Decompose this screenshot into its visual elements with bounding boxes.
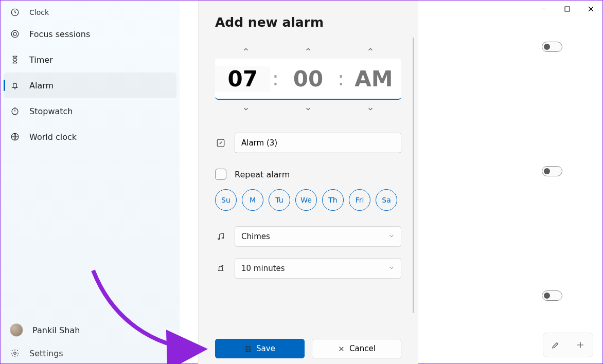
chevron-down-icon bbox=[388, 264, 395, 273]
minute-down-button[interactable] bbox=[277, 100, 340, 118]
day-th[interactable]: Th bbox=[322, 189, 344, 211]
snooze-select[interactable]: 10 minutes bbox=[235, 258, 401, 279]
scrollbar[interactable] bbox=[413, 38, 414, 313]
sidebar-item-focus[interactable]: Focus sessions bbox=[1, 21, 180, 47]
day-mo[interactable]: M bbox=[242, 189, 263, 211]
repeat-label: Repeat alarm bbox=[235, 170, 290, 179]
day-we[interactable]: We bbox=[295, 189, 317, 211]
save-button[interactable]: Save bbox=[215, 339, 305, 358]
period-down-button[interactable] bbox=[339, 100, 401, 118]
day-picker: Su M Tu We Th Fri Sa bbox=[215, 189, 401, 211]
svg-point-5 bbox=[11, 30, 19, 38]
minimize-button[interactable] bbox=[531, 1, 555, 17]
globe-icon bbox=[10, 132, 20, 142]
sidebar-item-label: Focus sessions bbox=[29, 29, 90, 39]
alarm-name-input[interactable] bbox=[235, 133, 401, 153]
sidebar-item-timer[interactable]: Timer bbox=[1, 47, 180, 72]
svg-rect-1 bbox=[565, 7, 570, 11]
cancel-button[interactable]: Cancel bbox=[312, 339, 401, 358]
hour-cell[interactable]: 07 bbox=[215, 66, 270, 92]
sidebar-item-label: Settings bbox=[29, 349, 63, 358]
add-alarm-button[interactable] bbox=[568, 333, 593, 357]
user-name: Pankil Shah bbox=[32, 325, 80, 335]
minute-cell[interactable]: 00 bbox=[280, 66, 335, 92]
user-account-row[interactable]: Pankil Shah bbox=[1, 317, 180, 343]
app-title: Clock bbox=[29, 8, 49, 16]
alarm-toggle[interactable] bbox=[542, 166, 562, 176]
time-picker[interactable]: 07 : 00 : AM bbox=[215, 59, 401, 100]
music-icon bbox=[215, 231, 226, 242]
svg-point-12 bbox=[222, 238, 223, 239]
hour-up-button[interactable] bbox=[215, 40, 277, 59]
day-tu[interactable]: Tu bbox=[269, 189, 290, 211]
avatar bbox=[10, 323, 23, 337]
minute-up-button[interactable] bbox=[277, 40, 340, 59]
bell-icon bbox=[10, 80, 20, 90]
sidebar-item-settings[interactable]: Settings bbox=[1, 343, 180, 363]
edit-alarms-button[interactable] bbox=[543, 333, 568, 357]
sidebar-item-alarm[interactable]: Alarm bbox=[4, 72, 176, 98]
sidebar-item-stopwatch[interactable]: Stopwatch bbox=[1, 98, 180, 124]
gear-icon bbox=[10, 348, 20, 358]
hour-down-button[interactable] bbox=[215, 100, 277, 118]
svg-point-11 bbox=[218, 238, 220, 240]
sidebar-item-label: Stopwatch bbox=[29, 106, 73, 116]
day-fr[interactable]: Fri bbox=[349, 189, 370, 211]
alarm-toggle[interactable] bbox=[542, 42, 562, 52]
hourglass-icon bbox=[10, 54, 20, 65]
app-title-row: Clock bbox=[1, 4, 180, 21]
day-su[interactable]: Su bbox=[215, 189, 237, 211]
stopwatch-icon bbox=[10, 106, 20, 116]
snooze-icon bbox=[215, 263, 226, 274]
svg-point-6 bbox=[13, 32, 16, 35]
panel-title: Add new alarm bbox=[215, 15, 401, 30]
focus-icon bbox=[10, 29, 20, 39]
sidebar-item-worldclock[interactable]: World clock bbox=[1, 124, 180, 150]
sidebar-item-label: Timer bbox=[29, 55, 53, 65]
edit-icon bbox=[215, 137, 226, 149]
sidebar-item-label: World clock bbox=[29, 132, 77, 142]
close-button[interactable] bbox=[579, 1, 602, 17]
chevron-down-icon bbox=[388, 232, 395, 241]
day-sa[interactable]: Sa bbox=[376, 189, 397, 211]
maximize-button[interactable] bbox=[555, 1, 579, 17]
sidebar-item-label: Alarm bbox=[29, 81, 54, 90]
period-cell[interactable]: AM bbox=[346, 66, 401, 92]
clock-app-icon bbox=[10, 7, 20, 17]
sound-select[interactable]: Chimes bbox=[235, 226, 401, 247]
repeat-checkbox[interactable] bbox=[215, 169, 226, 180]
period-up-button[interactable] bbox=[339, 40, 401, 59]
alarm-toggle[interactable] bbox=[542, 290, 562, 301]
svg-point-9 bbox=[14, 352, 16, 355]
